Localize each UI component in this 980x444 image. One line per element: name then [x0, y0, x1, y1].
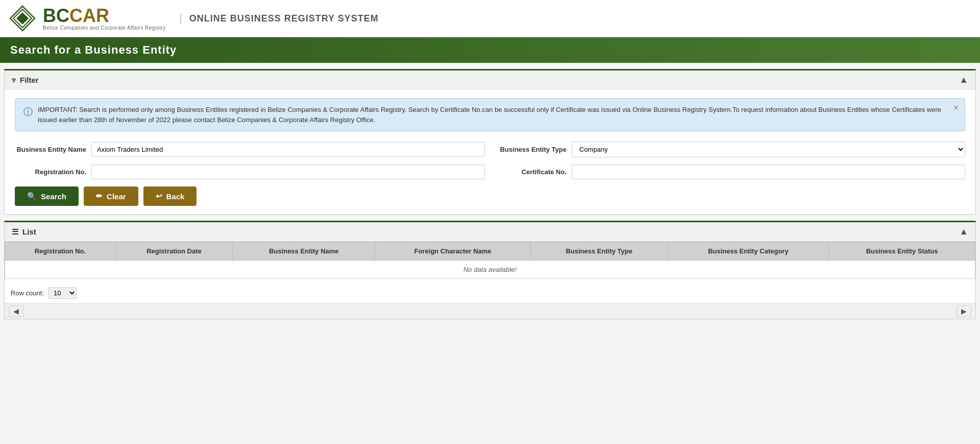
scroll-left-button[interactable]: ◀ — [9, 306, 23, 317]
no-data-row: No data available! — [5, 261, 975, 279]
no-data-cell: No data available! — [5, 261, 975, 279]
header: BCCAR Belize Companies and Corporate Aff… — [0, 0, 980, 37]
col-business-entity-category: Business Entity Category — [668, 242, 829, 261]
button-row: 🔍 Search ✏ Clear ↩ Back — [15, 186, 965, 206]
business-entity-name-group: Business Entity Name — [15, 142, 485, 157]
system-title: ONLINE BUSINESS REGISTRY SYSTEM — [180, 13, 379, 24]
row-count-select[interactable]: 10 25 50 100 — [48, 287, 77, 299]
form-row-1: Business Entity Name Business Entity Typ… — [15, 142, 965, 157]
scroll-right-button[interactable]: ▶ — [957, 306, 971, 317]
registration-no-group: Registration No. — [15, 165, 485, 179]
business-entity-type-group: Business Entity Type Company Partnership… — [495, 142, 965, 157]
logo-area: BCCAR Belize Companies and Corporate Aff… — [8, 4, 379, 33]
registration-no-input[interactable] — [91, 165, 485, 179]
col-business-entity-status: Business Entity Status — [829, 242, 975, 261]
info-icon: ⓘ — [23, 106, 33, 118]
filter-panel-header: ▿ Filter ▲ — [5, 71, 975, 90]
col-registration-date: Registration Date — [115, 242, 232, 261]
business-entity-name-label: Business Entity Name — [15, 146, 86, 153]
logo-text: BCCAR Belize Companies and Corporate Aff… — [43, 7, 166, 31]
results-table-container: Registration No. Registration Date Busin… — [5, 242, 975, 279]
search-icon: 🔍 — [27, 192, 37, 201]
back-button[interactable]: ↩ Back — [143, 186, 197, 206]
page-title: Search for a Business Entity — [0, 37, 980, 63]
logo-icon — [8, 4, 37, 33]
filter-panel-title: ▿ Filter — [12, 76, 39, 85]
alert-text: IMPORTANT: Search is performed only amon… — [38, 105, 957, 125]
certificate-no-label: Certificate No. — [495, 168, 567, 176]
alert-close-button[interactable]: × — [953, 103, 959, 113]
filter-collapse-button[interactable]: ▲ — [959, 75, 968, 85]
col-business-entity-name: Business Entity Name — [233, 242, 375, 261]
row-count-label: Row count: — [11, 289, 44, 297]
form-row-2: Registration No. Certificate No. — [15, 165, 965, 179]
business-entity-type-select[interactable]: Company Partnership Sole Trader Other — [572, 142, 965, 157]
registration-no-label: Registration No. — [15, 168, 86, 176]
list-label: List — [22, 227, 36, 236]
clear-label: Clear — [107, 192, 126, 201]
logo-subtitle: Belize Companies and Corporate Affairs R… — [43, 25, 166, 31]
eraser-icon: ✏ — [96, 192, 103, 201]
filter-icon: ▿ — [12, 76, 16, 85]
col-business-entity-type: Business Entity Type — [530, 242, 668, 261]
row-count-bar: Row count: 10 25 50 100 — [5, 283, 975, 303]
results-table: Registration No. Registration Date Busin… — [5, 242, 975, 279]
business-entity-name-input[interactable] — [91, 142, 485, 157]
clear-button[interactable]: ✏ Clear — [84, 186, 138, 206]
list-panel-header: ☰ List ▲ — [5, 222, 975, 242]
list-panel: ☰ List ▲ Registration No. Registration D… — [4, 221, 976, 319]
filter-label: Filter — [20, 76, 39, 84]
list-icon: ☰ — [12, 227, 18, 237]
list-collapse-button[interactable]: ▲ — [959, 226, 968, 237]
scroll-bar: ◀ ▶ — [5, 303, 975, 319]
list-panel-title-area: ☰ List — [12, 227, 36, 237]
table-header-row: Registration No. Registration Date Busin… — [5, 242, 975, 261]
search-button[interactable]: 🔍 Search — [15, 186, 79, 206]
logo-bccar: BCCAR — [43, 7, 166, 25]
back-label: Back — [166, 192, 185, 201]
certificate-no-group: Certificate No. — [495, 165, 965, 179]
col-foreign-character-name: Foreign Character Name — [375, 242, 530, 261]
info-alert: ⓘ IMPORTANT: Search is performed only am… — [15, 98, 965, 131]
list-panel-body: Registration No. Registration Date Busin… — [5, 242, 975, 319]
business-entity-type-label: Business Entity Type — [495, 146, 567, 153]
certificate-no-input[interactable] — [572, 165, 965, 179]
filter-panel-body: ⓘ IMPORTANT: Search is performed only am… — [5, 90, 975, 214]
back-icon: ↩ — [156, 192, 162, 201]
col-registration-no: Registration No. — [5, 242, 116, 261]
search-label: Search — [41, 192, 66, 201]
filter-panel: ▿ Filter ▲ ⓘ IMPORTANT: Search is perfor… — [4, 69, 976, 215]
